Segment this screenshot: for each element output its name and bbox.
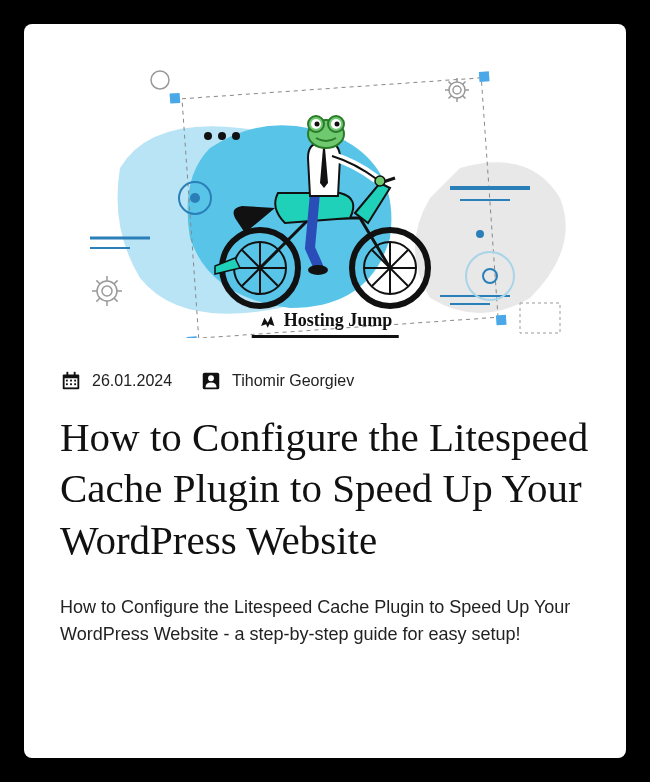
svg-rect-65 — [66, 372, 68, 377]
svg-line-18 — [463, 82, 466, 85]
meta-date: 26.01.2024 — [60, 370, 172, 392]
calendar-icon — [60, 370, 82, 392]
hero-illustration: Hosting Jump — [60, 48, 590, 338]
svg-line-27 — [96, 298, 100, 302]
svg-point-61 — [335, 122, 340, 127]
svg-point-54 — [375, 176, 385, 186]
article-excerpt: How to Configure the Litespeed Cache Plu… — [60, 594, 590, 648]
svg-rect-70 — [66, 383, 68, 385]
brand-bar: Hosting Jump — [252, 308, 399, 338]
brand-frog-icon — [258, 311, 278, 331]
person-icon — [200, 370, 222, 392]
svg-point-7 — [218, 132, 226, 140]
date-text: 26.01.2024 — [92, 372, 172, 390]
svg-line-28 — [114, 280, 118, 284]
svg-point-74 — [208, 375, 214, 381]
meta-author: Tihomir Georgiev — [200, 370, 354, 392]
article-title: How to Configure the Litespeed Cache Plu… — [60, 412, 590, 566]
motorcycle-illustration — [60, 48, 590, 338]
svg-rect-3 — [187, 336, 198, 338]
svg-point-39 — [476, 230, 484, 238]
article-card: Hosting Jump 26.01.2024 — [24, 24, 626, 758]
svg-rect-67 — [66, 380, 68, 382]
svg-point-8 — [232, 132, 240, 140]
article-meta: 26.01.2024 Tihomir Georgiev — [60, 370, 590, 392]
svg-rect-2 — [479, 71, 490, 82]
svg-point-10 — [453, 86, 461, 94]
svg-rect-68 — [70, 380, 72, 382]
author-text: Tihomir Georgiev — [232, 372, 354, 390]
svg-point-53 — [308, 265, 328, 275]
svg-point-20 — [102, 286, 112, 296]
svg-point-60 — [315, 122, 320, 127]
svg-rect-71 — [70, 383, 72, 385]
svg-line-25 — [96, 280, 100, 284]
svg-line-15 — [449, 82, 452, 85]
svg-line-26 — [114, 298, 118, 302]
svg-rect-62 — [520, 303, 560, 333]
svg-rect-72 — [74, 383, 76, 385]
svg-point-36 — [190, 193, 200, 203]
svg-line-16 — [463, 96, 466, 99]
brand-name: Hosting Jump — [284, 310, 393, 331]
svg-point-6 — [204, 132, 212, 140]
svg-rect-1 — [170, 93, 181, 104]
svg-rect-4 — [496, 315, 507, 326]
svg-line-17 — [449, 96, 452, 99]
svg-rect-69 — [74, 380, 76, 382]
svg-rect-66 — [74, 372, 76, 377]
svg-point-5 — [151, 71, 169, 89]
